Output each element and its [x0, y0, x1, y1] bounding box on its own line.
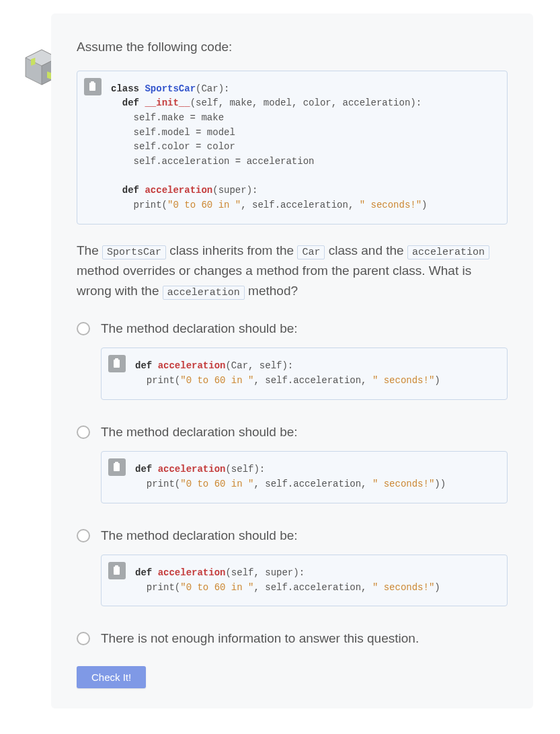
svg-rect-12 — [115, 565, 118, 567]
main-code-block: class SportsCar(Car): def __init__(self,… — [77, 71, 508, 225]
code-content: def acceleration(self): print("0 to 60 i… — [135, 462, 493, 491]
svg-rect-10 — [115, 462, 118, 464]
inline-code: acceleration — [407, 245, 489, 259]
option-code-block: def acceleration(Car, self): print("0 to… — [101, 348, 508, 399]
clipboard-icon[interactable] — [108, 355, 126, 372]
answer-option[interactable]: The method declaration should be: def ac… — [77, 319, 508, 405]
svg-rect-6 — [91, 81, 94, 83]
radio-button[interactable] — [77, 529, 90, 542]
code-content: def acceleration(Car, self): print("0 to… — [135, 359, 493, 388]
clipboard-icon[interactable] — [84, 78, 102, 95]
answer-option[interactable]: The method declaration should be: def ac… — [77, 526, 508, 612]
option-label: The method declaration should be: — [101, 423, 508, 442]
check-button[interactable]: Check It! — [77, 666, 146, 688]
option-code-block: def acceleration(self, super): print("0 … — [101, 555, 508, 606]
option-label: The method declaration should be: — [101, 526, 508, 546]
question-text: The SportsCar class inherits from the Ca… — [77, 241, 508, 302]
answer-option[interactable]: The method declaration should be: def ac… — [77, 423, 508, 509]
answer-option[interactable]: There is not enough information to answe… — [77, 629, 508, 649]
option-code-block: def acceleration(self): print("0 to 60 i… — [101, 451, 508, 503]
radio-button[interactable] — [77, 632, 90, 645]
radio-button[interactable] — [77, 322, 90, 335]
radio-button[interactable] — [77, 425, 90, 439]
option-label: The method declaration should be: — [101, 319, 508, 339]
option-label: There is not enough information to answe… — [101, 629, 508, 649]
clipboard-icon[interactable] — [108, 562, 126, 579]
inline-code: Car — [297, 245, 325, 259]
prompt: Assume the following code: — [77, 38, 508, 57]
inline-code: SportsCar — [102, 245, 166, 259]
svg-rect-7 — [114, 360, 120, 368]
svg-rect-11 — [114, 567, 120, 575]
clipboard-icon[interactable] — [108, 458, 126, 476]
svg-rect-9 — [114, 463, 120, 471]
svg-rect-8 — [115, 358, 118, 360]
question-card: Assume the following code: class SportsC… — [51, 13, 533, 708]
svg-rect-5 — [89, 83, 95, 91]
code-content: class SportsCar(Car): def __init__(self,… — [111, 82, 493, 213]
code-content: def acceleration(self, super): print("0 … — [135, 566, 493, 595]
inline-code: acceleration — [163, 286, 245, 300]
